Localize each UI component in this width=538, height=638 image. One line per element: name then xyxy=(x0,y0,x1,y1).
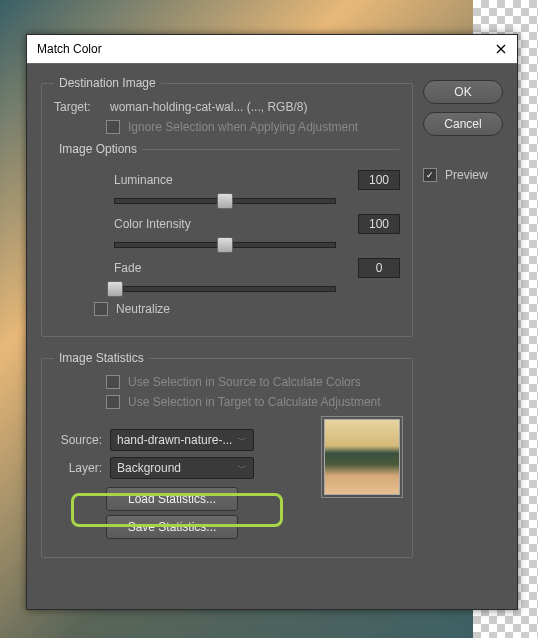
chevron-down-icon: ﹀ xyxy=(238,462,247,475)
save-statistics-button[interactable]: Save Statistics... xyxy=(106,515,238,539)
luminance-label: Luminance xyxy=(114,173,173,187)
image-statistics-group: Image Statistics Use Selection in Source… xyxy=(41,351,413,558)
layer-value: Background xyxy=(117,461,181,475)
ok-button[interactable]: OK xyxy=(423,80,503,104)
titlebar: Match Color xyxy=(27,35,517,64)
destination-image-group: Destination Image Target: woman-holding-… xyxy=(41,76,413,337)
load-statistics-button[interactable]: Load Statistics... xyxy=(106,487,238,511)
use-target-checkbox xyxy=(106,395,120,409)
target-label: Target: xyxy=(54,100,102,114)
source-label: Source: xyxy=(54,433,102,447)
luminance-slider[interactable] xyxy=(114,198,336,204)
ignore-selection-label: Ignore Selection when Applying Adjustmen… xyxy=(128,120,358,134)
neutralize-checkbox[interactable] xyxy=(94,302,108,316)
preview-checkbox[interactable]: ✓ xyxy=(423,168,437,182)
intensity-label: Color Intensity xyxy=(114,217,191,231)
dialog-title: Match Color xyxy=(37,42,102,56)
fade-value[interactable]: 0 xyxy=(358,258,400,278)
layer-label: Layer: xyxy=(54,461,102,475)
neutralize-label: Neutralize xyxy=(116,302,170,316)
use-target-label: Use Selection in Target to Calculate Adj… xyxy=(128,395,381,409)
target-value: woman-holding-cat-wal... (..., RGB/8) xyxy=(110,100,307,114)
source-select[interactable]: hand-drawn-nature-... ﹀ xyxy=(110,429,254,451)
fade-label: Fade xyxy=(114,261,141,275)
source-preview-image xyxy=(324,419,400,495)
chevron-down-icon: ﹀ xyxy=(238,434,247,447)
use-source-checkbox xyxy=(106,375,120,389)
intensity-value[interactable]: 100 xyxy=(358,214,400,234)
cancel-button[interactable]: Cancel xyxy=(423,112,503,136)
ignore-selection-checkbox xyxy=(106,120,120,134)
source-value: hand-drawn-nature-... xyxy=(117,433,232,447)
close-icon[interactable] xyxy=(495,43,507,55)
use-source-label: Use Selection in Source to Calculate Col… xyxy=(128,375,361,389)
match-color-dialog: Match Color Destination Image Target: wo… xyxy=(26,34,518,610)
destination-legend: Destination Image xyxy=(54,76,161,90)
statistics-legend: Image Statistics xyxy=(54,351,149,365)
layer-select[interactable]: Background ﹀ xyxy=(110,457,254,479)
preview-label: Preview xyxy=(445,168,488,182)
intensity-slider[interactable] xyxy=(114,242,336,248)
image-options-legend: Image Options xyxy=(54,142,142,156)
fade-slider[interactable] xyxy=(114,286,336,292)
luminance-value[interactable]: 100 xyxy=(358,170,400,190)
